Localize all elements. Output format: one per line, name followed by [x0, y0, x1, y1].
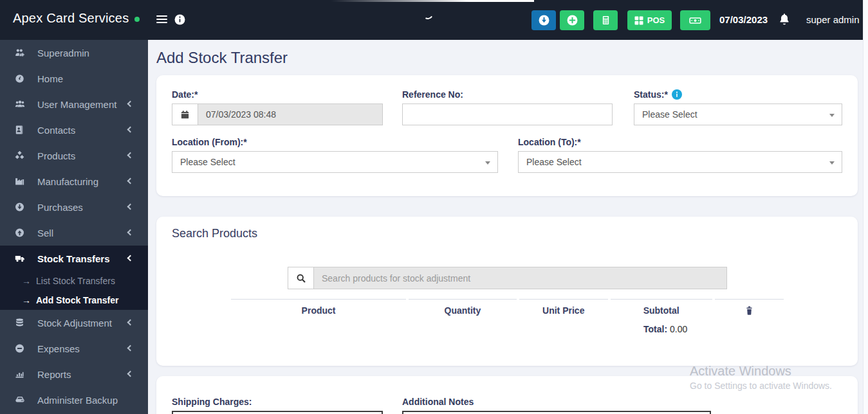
- menu-icon[interactable]: [156, 15, 167, 25]
- col-header-delete: [715, 299, 784, 318]
- sidebar-item-label: Purchases: [37, 202, 83, 213]
- top-navbar: Apex Card Services POS 07/03/2023 super …: [0, 0, 863, 40]
- date-input[interactable]: [198, 104, 383, 125]
- status-select[interactable]: Please Select: [634, 104, 842, 125]
- arrow-right-icon: →: [22, 276, 31, 286]
- date-field-group: [172, 104, 383, 125]
- sidebar-item-expenses[interactable]: Expenses: [0, 336, 148, 361]
- total-value: 0.00: [670, 324, 687, 334]
- brand-link[interactable]: Apex Card Services: [13, 11, 140, 26]
- arrow-circle-up-icon: [14, 228, 28, 238]
- page-loading-bar: [0, 0, 534, 2]
- location-from-select[interactable]: Please Select: [172, 151, 498, 173]
- sidebar-item-label: Home: [37, 73, 63, 84]
- app-root: Apex Card Services POS 07/03/2023 super …: [0, 0, 868, 414]
- chevron-down-icon: [485, 161, 490, 165]
- sidebar-item-stock-transfers[interactable]: Stock Transfers: [0, 246, 148, 271]
- sidebar-item-label: Products: [37, 150, 75, 161]
- reference-input[interactable]: [402, 104, 613, 125]
- chevron-left-icon: [127, 127, 134, 133]
- arrow-circle-down-button[interactable]: [531, 10, 556, 30]
- product-search-group: [288, 267, 727, 289]
- total-label: Total:: [643, 324, 667, 334]
- status-dot-icon: [134, 17, 140, 22]
- plus-circle-button[interactable]: [560, 10, 584, 30]
- search-products-card: Search Products Product Quantity Unit Pr…: [156, 217, 858, 366]
- sidebar-item-administer-backup[interactable]: Administer Backup: [0, 387, 148, 413]
- col-header-quantity: Quantity: [409, 299, 517, 318]
- sidebar-item-manufacturing[interactable]: Manufacturing: [0, 168, 148, 194]
- sidebar-subitem-label: List Stock Transfers: [36, 276, 115, 286]
- navbar-date: 07/03/2023: [719, 14, 768, 25]
- location-to-select[interactable]: Please Select: [518, 151, 842, 173]
- sidebar-item-label: Superadmin: [37, 48, 89, 59]
- sidebar-item-stock-adjustment[interactable]: Stock Adjustment: [0, 310, 148, 336]
- location-from-label: Location (From):*: [172, 137, 247, 147]
- sidebar-item-label: Reports: [37, 369, 71, 380]
- bell-icon[interactable]: [779, 13, 790, 28]
- sidebar-item-home[interactable]: Home: [0, 66, 148, 91]
- pos-button[interactable]: POS: [627, 10, 672, 30]
- date-label: Date:*: [172, 89, 198, 100]
- info-icon[interactable]: [174, 14, 185, 28]
- user-menu[interactable]: super admin: [806, 14, 860, 25]
- address-book-icon: [14, 125, 28, 135]
- sidebar-item-label: User Management: [37, 99, 116, 110]
- chevron-left-icon: [127, 101, 134, 107]
- location-to-value: Please Select: [526, 157, 582, 167]
- sidebar-item-label: Expenses: [37, 343, 80, 354]
- truck-icon: [14, 253, 28, 264]
- calculator-button[interactable]: [593, 10, 618, 30]
- money-button[interactable]: [680, 10, 710, 30]
- users-gear-icon: [14, 48, 28, 58]
- industry-icon: [14, 176, 28, 186]
- sidebar-nav: Superadmin Home User Management Contacts…: [0, 40, 148, 414]
- shipping-notes-card: Shipping Charges: Additional Notes: [156, 376, 858, 414]
- sidebar-subitem-list-stock-transfers[interactable]: → List Stock Transfers: [0, 271, 148, 291]
- sidebar-item-contacts[interactable]: Contacts: [0, 117, 148, 143]
- plus-circle-icon: [567, 15, 578, 26]
- status-label-text: Status:*: [634, 89, 668, 100]
- sidebar-subitem-add-stock-transfer[interactable]: → Add Stock Transfer: [0, 291, 148, 310]
- calendar-icon: [172, 104, 198, 125]
- scrollbar[interactable]: [863, 0, 868, 414]
- chevron-left-icon: [127, 320, 134, 326]
- database-icon: [14, 318, 28, 328]
- sidebar-item-products[interactable]: Products: [0, 143, 148, 168]
- chevron-left-icon: [127, 204, 134, 210]
- arrow-right-icon: →: [22, 295, 31, 305]
- shipping-charges-label: Shipping Charges:: [172, 397, 252, 407]
- calculator-icon: [600, 15, 611, 26]
- hdd-icon: [14, 395, 28, 405]
- arrow-circle-down-icon: [14, 202, 28, 212]
- sidebar-item-purchases[interactable]: Purchases: [0, 194, 148, 220]
- sidebar-item-reports[interactable]: Reports: [0, 361, 148, 387]
- sidebar-item-label: Stock Adjustment: [37, 318, 112, 328]
- sidebar-item-user-management[interactable]: User Management: [0, 91, 148, 117]
- shipping-charges-input[interactable]: [172, 411, 383, 414]
- pos-button-label: POS: [647, 15, 665, 25]
- sidebar-group-stock-transfers: Stock Transfers → List Stock Transfers →…: [0, 246, 148, 310]
- status-label: Status:*: [634, 89, 682, 102]
- chevron-left-icon: [127, 152, 134, 159]
- products-table-header: Product Quantity Unit Price Subtotal: [230, 299, 785, 318]
- reference-field: [402, 104, 613, 125]
- additional-notes-label: Additional Notes: [402, 397, 474, 407]
- col-header-subtotal: Subtotal: [611, 299, 712, 318]
- location-to-label: Location (To):*: [518, 137, 581, 147]
- bar-chart-icon: [14, 369, 28, 379]
- sidebar-item-sell[interactable]: Sell: [0, 220, 148, 246]
- sidebar-item-label: Manufacturing: [37, 176, 98, 187]
- col-header-unit-price: Unit Price: [519, 299, 608, 318]
- product-search-input[interactable]: [313, 267, 727, 289]
- chevron-left-icon: [127, 230, 134, 236]
- users-icon: [14, 99, 28, 109]
- col-header-product: Product: [231, 299, 406, 318]
- chevron-down-icon: [829, 114, 835, 117]
- sidebar-item-superadmin[interactable]: Superadmin: [0, 40, 148, 66]
- search-icon: [288, 267, 313, 289]
- status-select-value: Please Select: [642, 109, 697, 120]
- status-info-icon[interactable]: [672, 89, 682, 102]
- sidebar-item-label: Sell: [37, 228, 53, 239]
- additional-notes-textarea[interactable]: [402, 411, 711, 414]
